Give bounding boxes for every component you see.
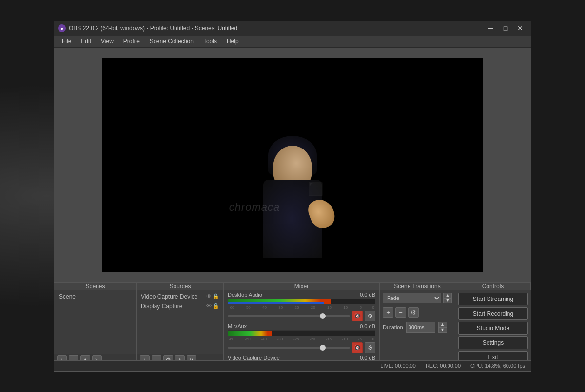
- status-bar: LIVE: 00:00:00 REC: 00:00:00 CPU: 14.8%,…: [54, 360, 531, 371]
- mixer-level-bar: [228, 331, 272, 336]
- rec-label: REC:: [426, 363, 438, 369]
- rec-status: REC: 00:00:00: [426, 363, 461, 369]
- cpu-status: CPU: 14.8%, 60.00 fps: [470, 363, 525, 369]
- controls-header: Controls: [455, 283, 531, 290]
- mixer-header: Mixer: [224, 283, 380, 290]
- duration-row: Duration ▲ ▼: [383, 322, 452, 333]
- mute-button[interactable]: 🔇: [352, 311, 363, 321]
- maximize-button[interactable]: □: [499, 23, 512, 33]
- mixer-channel-desktop: Desktop Audio 0.0 dB -60-50 -40-30 -25-2…: [228, 292, 375, 321]
- menu-help[interactable]: Help: [223, 37, 243, 46]
- panel-headers: Scenes Sources Mixer Scene Transitions C…: [54, 282, 531, 290]
- lock-icon[interactable]: 🔒: [213, 293, 219, 299]
- obs-window: ● OBS 22.0.2 (64-bit, windows) - Profile…: [54, 21, 531, 372]
- eye-icon[interactable]: 👁: [206, 303, 212, 309]
- start-recording-button[interactable]: Start Recording: [458, 307, 528, 320]
- preview-canvas: ⬛ chromaca: [102, 58, 483, 272]
- menu-edit[interactable]: Edit: [77, 37, 95, 46]
- settings-button[interactable]: Settings: [458, 336, 528, 349]
- volume-slider[interactable]: [228, 347, 350, 349]
- title-bar: ● OBS 22.0.2 (64-bit, windows) - Profile…: [54, 21, 531, 36]
- duration-spin: ▲ ▼: [438, 322, 447, 333]
- close-button[interactable]: ✕: [513, 23, 527, 33]
- mixer-controls: 🔇 ⚙: [228, 311, 375, 321]
- list-item[interactable]: Scene: [56, 292, 135, 301]
- menu-file[interactable]: File: [58, 37, 75, 46]
- window-title: OBS 22.0.2 (64-bit, windows) - Profile: …: [69, 25, 484, 32]
- mixer-channel-header: Desktop Audio 0.0 dB: [228, 292, 375, 298]
- minimize-button[interactable]: ─: [484, 23, 498, 33]
- controls-panel: Start Streaming Start Recording Studio M…: [455, 290, 531, 367]
- preview-watermark: chromaca: [229, 201, 280, 214]
- volume-slider[interactable]: [228, 315, 350, 317]
- mixer-channel-db: 0.0 dB: [360, 323, 375, 329]
- transition-spin: ▲ ▼: [443, 293, 452, 303]
- panel-content: Scene + − ∧ ∨ Video Capture Device 👁: [54, 290, 531, 367]
- bottom-panel: Scenes Sources Mixer Scene Transitions C…: [54, 282, 531, 360]
- live-label: LIVE:: [380, 363, 393, 369]
- live-time: 00:00:00: [395, 363, 416, 369]
- source-name: Display Capture: [141, 303, 182, 310]
- scenes-list: Scene: [54, 290, 136, 354]
- mixer-channel-label: Mic/Aux: [228, 323, 247, 329]
- rec-time: 00:00:00: [440, 363, 461, 369]
- cpu-label: CPU:: [470, 363, 483, 369]
- window-controls: ─ □ ✕: [484, 23, 527, 33]
- menu-profile[interactable]: Profile: [119, 37, 144, 46]
- studio-mode-button[interactable]: Studio Mode: [458, 322, 528, 335]
- eye-icon[interactable]: 👁: [206, 293, 212, 299]
- mixer-bar: [228, 330, 375, 336]
- transition-settings-button[interactable]: ⚙: [408, 307, 419, 318]
- duration-label: Duration: [383, 324, 403, 330]
- mixer-db-scale: -60-50 -40-30 -25-20 -15-10 -50: [228, 305, 375, 310]
- menu-view[interactable]: View: [97, 37, 117, 46]
- volume-thumb: [320, 345, 326, 351]
- transition-select-row: Fade Cut Swipe ▲ ▼: [383, 293, 452, 303]
- app-icon: ●: [58, 24, 66, 32]
- lock-icon[interactable]: 🔒: [213, 303, 219, 309]
- source-icons: 👁 🔒: [206, 293, 219, 299]
- scenes-panel: Scene + − ∧ ∨: [54, 290, 137, 367]
- transition-manage-row: + − ⚙: [383, 307, 452, 318]
- duration-spin-up[interactable]: ▲: [438, 322, 447, 327]
- transition-add-button[interactable]: +: [383, 307, 393, 318]
- channel-settings-button[interactable]: ⚙: [365, 342, 375, 353]
- mixer-controls: 🔇 ⚙: [228, 342, 375, 353]
- mixer-panel: Desktop Audio 0.0 dB -60-50 -40-30 -25-2…: [224, 290, 380, 367]
- sources-panel: Video Capture Device 👁 🔒 Display Capture…: [137, 290, 224, 367]
- sources-list: Video Capture Device 👁 🔒 Display Capture…: [137, 290, 223, 354]
- live-status: LIVE: 00:00:00: [380, 363, 416, 369]
- list-item[interactable]: Display Capture 👁 🔒: [139, 301, 221, 311]
- scenes-header: Scenes: [54, 283, 137, 290]
- duration-input[interactable]: [406, 322, 435, 333]
- spin-down-button[interactable]: ▼: [443, 298, 452, 303]
- menu-bar: File Edit View Profile Scene Collection …: [54, 36, 531, 48]
- start-streaming-button[interactable]: Start Streaming: [458, 293, 528, 305]
- transitions-header: Scene Transitions: [380, 283, 455, 290]
- transitions-panel: Fade Cut Swipe ▲ ▼ + − ⚙ Duration: [380, 290, 455, 367]
- spin-up-button[interactable]: ▲: [443, 293, 452, 298]
- preview-container: ⬛ chromaca: [54, 48, 531, 282]
- mixer-channel-label: Desktop Audio: [228, 292, 262, 298]
- mixer-db-scale: -60-50 -40-30 -25-20 -15-10 -50: [228, 337, 375, 341]
- channel-settings-button[interactable]: ⚙: [365, 311, 375, 321]
- mixer-channel-mic: Mic/Aux 0.0 dB -60-50 -40-30 -25-20 -15-…: [228, 323, 375, 353]
- mixer-volume-bar: [228, 302, 324, 304]
- mixer-channel-db: 0.0 dB: [360, 292, 375, 298]
- sources-header: Sources: [137, 283, 224, 290]
- list-item[interactable]: Video Capture Device 👁 🔒: [139, 292, 221, 301]
- mute-button[interactable]: 🔇: [352, 342, 363, 353]
- volume-thumb: [320, 313, 326, 319]
- cpu-value: 14.8%, 60.00 fps: [485, 363, 525, 369]
- duration-spin-down[interactable]: ▼: [438, 327, 447, 333]
- mixer-bar: [228, 299, 375, 304]
- transition-remove-button[interactable]: −: [395, 307, 406, 318]
- menu-tools[interactable]: Tools: [199, 37, 221, 46]
- mixer-channel-header: Mic/Aux 0.0 dB: [228, 323, 375, 329]
- twitch-icon: ⬛: [308, 182, 323, 197]
- menu-scene-collection[interactable]: Scene Collection: [146, 37, 197, 46]
- transition-type-select[interactable]: Fade Cut Swipe: [383, 293, 441, 303]
- source-icons: 👁 🔒: [206, 303, 219, 309]
- source-name: Video Capture Device: [141, 293, 198, 300]
